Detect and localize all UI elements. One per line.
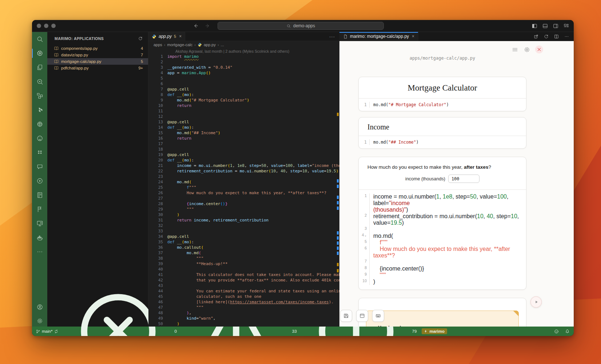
code-line-40[interactable]: 40 <box>148 267 339 272</box>
line-number[interactable]: 5 <box>148 76 163 81</box>
line-number[interactable]: 29 <box>148 207 163 212</box>
code-line-2[interactable]: 2 <box>148 59 339 65</box>
code-line-48[interactable]: 48 ), <box>148 310 339 316</box>
line-number[interactable]: 8 <box>148 92 163 97</box>
explorer-item-mortgage-calc-app-py[interactable]: mortgage-calc/app.py5 <box>47 58 148 65</box>
minimize-traffic-light[interactable] <box>44 24 48 28</box>
zoom-traffic-light[interactable] <box>51 24 56 28</box>
keyboard-button[interactable] <box>372 310 384 322</box>
code-line-7[interactable]: 7@app.cell <box>148 87 339 92</box>
line-number[interactable]: 37 <box>148 250 163 256</box>
code-line-36[interactable]: 36 mo.callout( <box>148 245 339 250</box>
code-line-30[interactable]: 30 ) <box>148 212 339 217</box>
activity-terraform-icon[interactable] <box>35 106 44 114</box>
history-back-icon[interactable] <box>193 23 199 29</box>
line-number[interactable]: 11 <box>148 108 163 114</box>
line-number[interactable]: 19 <box>148 152 163 157</box>
line-number[interactable]: 16 <box>148 136 163 141</box>
line-number[interactable]: 9 <box>148 97 163 103</box>
code-line-38[interactable]: 38 """ <box>148 256 339 261</box>
line-number[interactable]: 34 <box>148 234 163 239</box>
code-line-26[interactable]: 26 How much do you expect to make this y… <box>148 190 339 196</box>
tab-close-icon[interactable]: × <box>179 34 182 39</box>
run-app-button[interactable] <box>530 296 542 308</box>
code-line-43[interactable]: 43 <box>148 283 339 288</box>
breadcrumb-item[interactable]: apps <box>154 43 162 47</box>
code-line-4[interactable]: 4app = marimo.App() <box>148 70 339 76</box>
line-number[interactable]: 43 <box>148 283 163 288</box>
line-number[interactable]: 15 <box>148 130 163 136</box>
line-number[interactable]: 49 <box>148 316 163 321</box>
line-number[interactable]: 47 <box>148 305 163 310</box>
line-number[interactable]: 38 <box>148 256 163 261</box>
code-line-35[interactable]: 35def __(mo): <box>148 239 339 245</box>
code-line-15[interactable]: 15 mo.md("## Income") <box>148 130 339 136</box>
code-line-11[interactable]: 11 <box>148 108 339 114</box>
code-line-8[interactable]: 8def __(mo): <box>148 92 339 97</box>
code-line-41[interactable]: 41 This calculator does not take taxes i… <box>148 272 339 277</box>
line-number[interactable]: 26 <box>148 190 163 196</box>
line-number[interactable]: 44 <box>148 288 163 294</box>
code-line-29[interactable]: 29 """ <box>148 207 339 212</box>
code-line-12[interactable]: 12 <box>148 114 339 119</box>
git-branch-status[interactable]: main* <box>36 329 59 334</box>
code-line-21[interactable]: 21 income = mo.ui.number(1, 1e8, step=50… <box>148 163 339 168</box>
activity-diamonds-icon[interactable] <box>35 148 44 157</box>
window-button[interactable] <box>356 310 368 322</box>
refresh-icon[interactable] <box>138 36 143 41</box>
activity-github-icon[interactable] <box>35 134 44 143</box>
code-line-37[interactable]: 37 mo.md( <box>148 250 339 256</box>
line-number[interactable]: 4 <box>148 70 163 76</box>
code-line-44[interactable]: 44 You can estimate your federal and sta… <box>148 288 339 294</box>
line-number[interactable]: 24 <box>148 179 163 185</box>
line-number[interactable]: 41 <box>148 272 163 277</box>
line-number[interactable]: 39 <box>148 261 163 267</box>
code-line-17[interactable]: 17 <box>148 141 339 147</box>
line-number[interactable]: 30 <box>148 212 163 217</box>
code-line-1[interactable]: 1import marimo <box>148 54 339 59</box>
history-forward-icon[interactable] <box>205 23 211 29</box>
code-line-18[interactable]: 18 <box>148 147 339 152</box>
breadcrumb-item[interactable]: mortgage-calc <box>167 43 193 47</box>
explorer-item-dataviz-app-py[interactable]: dataviz/app.py7 <box>47 52 148 58</box>
layout-customize-icon[interactable] <box>563 23 569 29</box>
line-number[interactable]: 13 <box>148 119 163 125</box>
settings-icon[interactable] <box>523 46 531 53</box>
code-line-6[interactable]: 6 <box>148 81 339 87</box>
line-number[interactable]: 3 <box>148 65 163 70</box>
explorer-item-pdfchat-app-py[interactable]: pdfchat/app.py9+ <box>47 65 148 71</box>
code-line-27[interactable]: 27 <box>148 196 339 201</box>
line-number[interactable]: 35 <box>148 239 163 245</box>
line-number[interactable]: 1 <box>148 54 163 59</box>
income-input[interactable] <box>448 175 479 183</box>
line-number[interactable]: 45 <box>148 294 163 299</box>
line-number[interactable]: 28 <box>148 201 163 207</box>
line-number[interactable]: 50 <box>148 321 163 327</box>
line-number[interactable]: 36 <box>148 245 163 250</box>
layout-sidebar-left-icon[interactable] <box>532 23 538 29</box>
activity-docker-icon[interactable] <box>35 233 44 242</box>
bell-icon[interactable] <box>565 329 570 334</box>
code-line-49[interactable]: 49 kind="warn", <box>148 316 339 321</box>
code-line-20[interactable]: 20def __(mo): <box>148 157 339 163</box>
tab-app-py[interactable]: app.py 5 × <box>148 32 185 41</box>
activity-marimo-icon[interactable] <box>35 49 44 57</box>
code-line-46[interactable]: 46 [linked here](https://smartasset.com/… <box>148 299 339 305</box>
open-external-icon[interactable] <box>533 34 539 39</box>
line-number[interactable]: 40 <box>148 267 163 272</box>
code-line-13[interactable]: 13@app.cell <box>148 119 339 125</box>
activity-test-flag-icon[interactable] <box>35 205 44 213</box>
activity-gear-icon[interactable] <box>35 317 44 325</box>
activity-notebook-icon[interactable] <box>35 191 44 199</box>
save-button[interactable] <box>340 310 352 322</box>
line-number[interactable]: 22 <box>148 168 163 174</box>
code-line-45[interactable]: 45 calculator, such as the one <box>148 294 339 299</box>
code-line-25[interactable]: 25 f""" <box>148 185 339 190</box>
activity-ellipsis-icon[interactable] <box>35 248 44 256</box>
code-line-32[interactable]: 32 <box>148 223 339 228</box>
line-number[interactable]: 48 <box>148 310 163 316</box>
line-number[interactable]: 18 <box>148 147 163 152</box>
code-line-42[interactable]: 42 that you provide **after-tax** income… <box>148 277 339 283</box>
command-center-search[interactable]: demo-apps <box>218 22 384 30</box>
line-number[interactable]: 23 <box>148 174 163 179</box>
